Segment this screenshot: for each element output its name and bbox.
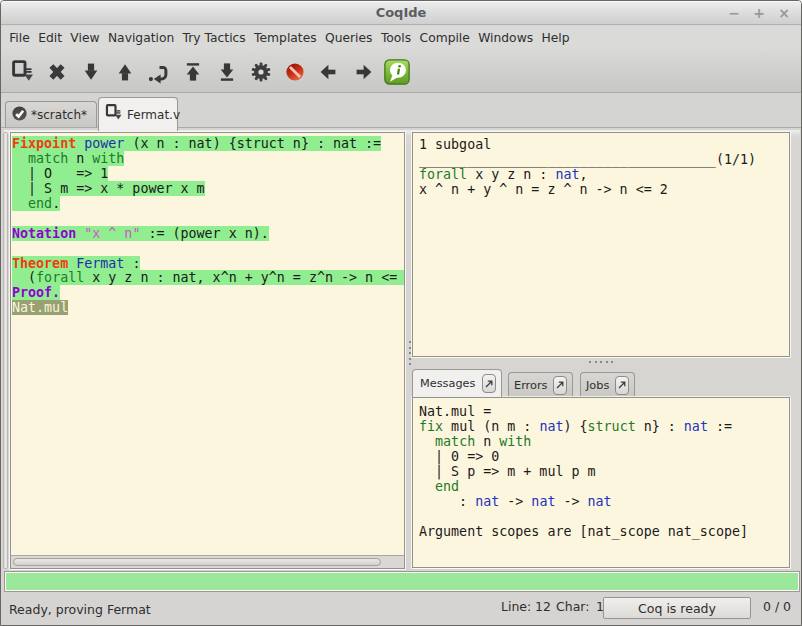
- tab-errors-label: Errors: [514, 379, 547, 392]
- menu-edit[interactable]: Edit: [34, 28, 66, 48]
- tab-scratch-label: *scratch*: [31, 108, 87, 122]
- tab-messages-label: Messages: [420, 377, 475, 390]
- goto-end-icon: [215, 60, 239, 84]
- code-line: Proof.: [12, 286, 404, 301]
- menu-bar: FileEditViewNavigationTry TacticsTemplat…: [1, 26, 801, 50]
- window-title: CoqIde: [1, 5, 801, 20]
- code-line: [419, 510, 789, 525]
- goto-cursor-button[interactable]: [142, 55, 176, 89]
- goto-cursor-icon: [147, 60, 171, 84]
- forward-button[interactable]: [346, 55, 380, 89]
- menu-templates[interactable]: Templates: [250, 28, 321, 48]
- check-circle-icon: [12, 106, 27, 124]
- back-button[interactable]: [312, 55, 346, 89]
- minimize-button[interactable]: −: [724, 3, 744, 23]
- menu-navigation[interactable]: Navigation: [104, 28, 179, 48]
- step-forward-icon: [79, 60, 103, 84]
- close-button[interactable]: ×: [774, 3, 794, 23]
- scrollbar-thumb[interactable]: [13, 558, 381, 566]
- line-label: Line:: [501, 599, 531, 614]
- detach-messages-button[interactable]: [482, 374, 496, 393]
- detach-jobs-button[interactable]: [615, 376, 629, 395]
- goto-end-button[interactable]: [210, 55, 244, 89]
- menu-help[interactable]: Help: [537, 28, 573, 48]
- goal-counter: 0 / 0: [763, 599, 791, 614]
- detach-errors-button[interactable]: [553, 376, 567, 395]
- about-button[interactable]: [380, 55, 414, 89]
- menu-compile[interactable]: Compile: [415, 28, 474, 48]
- char-label: Char:: [556, 599, 589, 614]
- messages-view[interactable]: Nat.mul =fix mul (n m : nat) {struct n} …: [412, 397, 790, 568]
- code-line: Nat.mul =: [419, 405, 789, 420]
- interrupt-icon: [283, 60, 307, 84]
- script-pane: Fixpoint power (x n : nat) {struct n} : …: [4, 130, 405, 570]
- goals-view[interactable]: 1 subgoal_______________________________…: [412, 132, 790, 357]
- code-line: end: [419, 480, 789, 495]
- menu-queries[interactable]: Queries: [321, 28, 377, 48]
- code-line: Fixpoint power (x n : nat) {struct n} : …: [12, 137, 404, 152]
- code-line: match n with: [419, 435, 789, 450]
- message-tabs: Messages Errors Jobs: [412, 368, 792, 397]
- restart-icon: [181, 60, 205, 84]
- script-horizontal-scrollbar[interactable]: [11, 556, 404, 568]
- close-button[interactable]: [40, 55, 74, 89]
- status-bar: Ready, proving Fermat Line: 12 Char: 1 C…: [1, 593, 801, 626]
- tab-scratch[interactable]: *scratch*: [5, 101, 97, 128]
- menu-file[interactable]: File: [5, 28, 34, 48]
- code-line: Nat.mul: [12, 301, 404, 316]
- status-text: Ready, proving Fermat: [9, 602, 151, 617]
- title-bar[interactable]: CoqIde − + ×: [1, 1, 801, 25]
- save-icon: [105, 104, 123, 125]
- horizontal-splitter[interactable]: [412, 357, 790, 368]
- document-tabs: *scratch* Fermat.v: [1, 93, 801, 131]
- step-back-icon: [113, 60, 137, 84]
- tab-fermat-label: Fermat.v: [127, 108, 180, 122]
- code-line: 1 subgoal: [419, 138, 789, 153]
- step-back-button[interactable]: [108, 55, 142, 89]
- step-forward-button[interactable]: [74, 55, 108, 89]
- toolbar: [1, 50, 801, 93]
- tab-errors[interactable]: Errors: [508, 372, 573, 397]
- code-line: fix mul (n m : nat) {struct n} : nat :=: [419, 420, 789, 435]
- scrollbar-thumb[interactable]: [4, 133, 7, 568]
- forward-icon: [351, 60, 375, 84]
- restart-button[interactable]: [176, 55, 210, 89]
- menu-view[interactable]: View: [66, 28, 104, 48]
- close-icon: [45, 60, 69, 84]
- right-pane: 1 subgoal_______________________________…: [412, 130, 792, 571]
- coq-status: Coq is ready: [603, 597, 751, 619]
- code-line: : nat -> nat -> nat: [419, 495, 789, 510]
- gear-button[interactable]: [244, 55, 278, 89]
- script-editor-frame: Fixpoint power (x n : nat) {struct n} : …: [10, 132, 405, 569]
- menu-tools[interactable]: Tools: [377, 28, 416, 48]
- coqide-window: CoqIde − + × FileEditViewNavigationTry T…: [0, 0, 802, 626]
- script-editor[interactable]: Fixpoint power (x n : nat) {struct n} : …: [11, 133, 404, 555]
- line-value: 12: [535, 599, 551, 614]
- main-area: Fixpoint power (x n : nat) {struct n} : …: [4, 130, 800, 571]
- code-line: | O => 1: [12, 167, 404, 182]
- code-line: (forall x y z n : nat, x^n + y^n = z^n -…: [12, 271, 404, 286]
- tab-jobs-label: Jobs: [586, 379, 609, 392]
- save-button[interactable]: [6, 55, 40, 89]
- tab-fermat[interactable]: Fermat.v: [98, 97, 178, 131]
- code-line: forall x y z n : nat,: [419, 168, 789, 183]
- about-icon: [384, 59, 410, 85]
- code-line: Theorem Fermat :: [12, 257, 404, 272]
- code-line: Notation "x ^ n" := (power x n).: [12, 227, 404, 242]
- back-icon: [317, 60, 341, 84]
- script-vertical-scrollbar[interactable]: [3, 132, 8, 569]
- gear-icon: [249, 60, 273, 84]
- tab-messages[interactable]: Messages: [412, 369, 502, 397]
- code-line: Argument scopes are [nat_scope nat_scope…: [419, 525, 789, 540]
- code-line: end.: [12, 197, 404, 212]
- progress-bar: [4, 571, 800, 592]
- interrupt-button[interactable]: [278, 55, 312, 89]
- code-line: | S p => m + mul p m: [419, 465, 789, 480]
- code-line: [12, 212, 404, 227]
- code-line: _____________________________________(1/…: [419, 153, 789, 168]
- code-line: | S m => x * power x m: [12, 182, 404, 197]
- menu-try-tactics[interactable]: Try Tactics: [178, 28, 250, 48]
- menu-windows[interactable]: Windows: [474, 28, 537, 48]
- tab-jobs[interactable]: Jobs: [580, 372, 635, 397]
- maximize-button[interactable]: +: [749, 3, 769, 23]
